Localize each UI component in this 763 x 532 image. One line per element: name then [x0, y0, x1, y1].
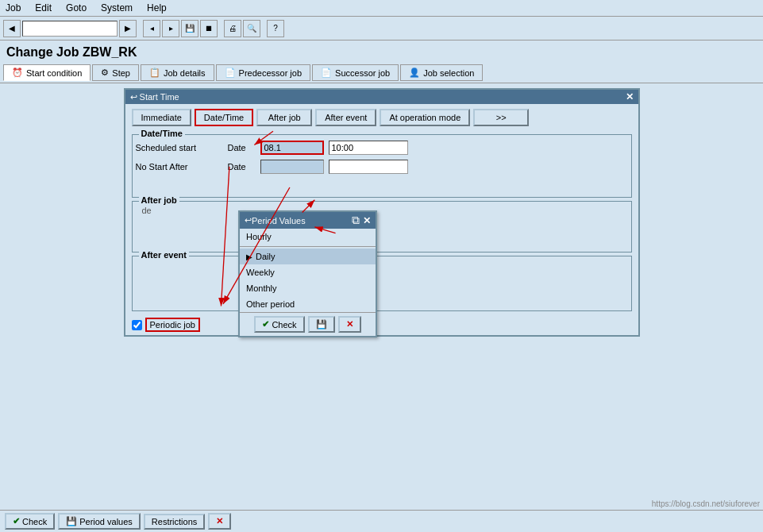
after-job-button[interactable]: After job	[256, 109, 312, 126]
daily-label: Daily	[256, 252, 275, 261]
tab-predecessor-job[interactable]: 📄 Predecessor job	[216, 64, 311, 81]
tab-bar: ⏰ Start condition ⚙ Step 📋 Job details 📄…	[0, 63, 763, 83]
no-start-after-row: No Start After Date	[136, 157, 628, 176]
watermark: https://blog.csdn.net/siuforever	[652, 499, 760, 508]
main-area: ↩ Start Time ✕ Immediate Date/Time After…	[0, 83, 763, 341]
succ-icon: 📄	[321, 67, 332, 78]
dialog-title: ↩ Start Time	[130, 92, 179, 102]
tab-successor-job[interactable]: 📄 Successor job	[312, 64, 399, 81]
back-btn[interactable]: ◀	[3, 20, 21, 37]
menu-edit[interactable]: Edit	[33, 2, 54, 14]
clock-icon: ⏰	[12, 67, 23, 78]
dialog-close-button[interactable]: ✕	[626, 91, 634, 102]
after-event-section: After event	[132, 256, 632, 311]
operation-mode-label: de	[136, 204, 158, 217]
tab-job-selection-label: Job selection	[423, 68, 474, 78]
menu-bar: Job Edit Goto System Help	[0, 0, 763, 17]
bottom-cancel-button[interactable]: ✕	[208, 513, 231, 530]
scheduled-date-input[interactable]	[260, 141, 324, 155]
input-go-btn[interactable]: ▶	[119, 20, 137, 37]
scheduled-time-input[interactable]	[329, 141, 408, 155]
immediate-button[interactable]: Immediate	[132, 109, 191, 126]
cancel-icon-bottom: ✕	[216, 516, 223, 526]
sel-icon: 👤	[409, 67, 420, 78]
toolbar: ◀ ▶ ◂ ▸ 💾 ⏹ 🖨 🔍 ?	[0, 17, 763, 40]
bottom-bar: ✔ Check 💾 Period values Restrictions ✕	[0, 510, 763, 532]
weekly-label: Weekly	[246, 268, 275, 277]
print-btn[interactable]: 🖨	[224, 20, 241, 37]
after-job-section-label: After job	[139, 195, 179, 205]
period-item-daily[interactable]: ▶ Daily	[240, 249, 376, 264]
period-values-button[interactable]: 💾 Period values	[58, 513, 141, 530]
periodic-job-checkbox[interactable]	[132, 320, 142, 330]
menu-help[interactable]: Help	[145, 2, 169, 14]
check-label: Check	[22, 517, 47, 526]
details-icon: 📋	[149, 67, 160, 78]
periodic-job-label: Periodic job	[145, 318, 200, 332]
tab-job-selection[interactable]: 👤 Job selection	[400, 64, 483, 81]
period-item-hourly[interactable]: Hourly	[240, 229, 376, 245]
after-event-section-label: After event	[139, 250, 189, 260]
menu-goto[interactable]: Goto	[64, 2, 89, 14]
tab-step[interactable]: ⚙ Step	[92, 64, 139, 81]
no-start-time-input[interactable]	[329, 160, 408, 174]
no-start-date-input[interactable]	[260, 160, 324, 174]
tab-step-label: Step	[112, 68, 130, 78]
start-time-buttons: Immediate Date/Time After job After even…	[125, 104, 638, 131]
check-icon: ✔	[262, 319, 269, 330]
period-popup-footer: ✔ Check 💾 ✕	[240, 312, 376, 336]
period-popup-expand-icon: ⧉	[352, 214, 360, 227]
command-input[interactable]	[22, 21, 118, 37]
monthly-label: Monthly	[246, 283, 277, 293]
save-icon-bottom: 💾	[66, 516, 77, 526]
tab-successor-job-label: Successor job	[335, 68, 390, 78]
check-icon-bottom: ✔	[13, 516, 20, 526]
periodic-job-row: Periodic job	[125, 314, 638, 335]
after-event-button[interactable]: After event	[315, 109, 376, 126]
save-btn[interactable]: 💾	[181, 20, 198, 37]
more-button[interactable]: >>	[473, 109, 529, 126]
period-check-button[interactable]: ✔ Check	[254, 316, 304, 333]
menu-job[interactable]: Job	[3, 2, 23, 14]
menu-system[interactable]: System	[98, 2, 135, 14]
hourly-label: Hourly	[246, 232, 272, 241]
period-popup-title: Period Values	[252, 216, 306, 226]
dialog-icon: ↩	[130, 92, 137, 102]
datetime-button[interactable]: Date/Time	[195, 109, 253, 126]
nav-fwd-btn[interactable]: ▸	[162, 20, 179, 37]
period-save-button[interactable]: 💾	[308, 316, 335, 333]
cancel-icon: ✕	[346, 319, 353, 330]
scheduled-start-label: Scheduled start	[136, 143, 223, 152]
daily-arrow: ▶	[246, 253, 252, 261]
pred-icon: 📄	[225, 67, 236, 78]
period-item-other[interactable]: Other period	[240, 296, 376, 312]
check-button[interactable]: ✔ Check	[5, 513, 55, 530]
period-cancel-button[interactable]: ✕	[338, 316, 361, 333]
period-item-monthly[interactable]: Monthly	[240, 280, 376, 296]
step-icon: ⚙	[101, 67, 109, 78]
tab-job-details-label: Job details	[164, 68, 206, 78]
start-time-dialog: ↩ Start Time ✕ Immediate Date/Time After…	[124, 88, 640, 337]
page-title: Change Job ZBW_RK	[0, 40, 763, 63]
datetime-section-label: Date/Time	[139, 129, 185, 138]
tab-predecessor-job-label: Predecessor job	[239, 68, 303, 78]
find-btn[interactable]: 🔍	[243, 20, 260, 37]
dialog-titlebar: ↩ Start Time ✕	[125, 90, 638, 104]
help-btn[interactable]: ?	[267, 20, 284, 37]
restrictions-button[interactable]: Restrictions	[144, 514, 205, 530]
stop-btn[interactable]: ⏹	[200, 20, 218, 37]
tab-job-details[interactable]: 📋 Job details	[141, 64, 214, 81]
after-job-section: After job de	[132, 201, 632, 253]
at-operation-mode-button[interactable]: At operation mode	[380, 109, 470, 126]
period-popup-close-button[interactable]: ✕	[363, 215, 371, 226]
tab-start-condition-label: Start condition	[26, 68, 82, 78]
period-values-label: Period values	[79, 517, 133, 526]
datetime-section: Date/Time Scheduled start Date No Start …	[132, 134, 632, 198]
period-check-label: Check	[272, 320, 296, 330]
scheduled-start-row: Scheduled start Date	[136, 138, 628, 157]
save-icon: 💾	[316, 319, 327, 330]
period-item-weekly[interactable]: Weekly	[240, 264, 376, 280]
nav-back-btn[interactable]: ◂	[143, 20, 160, 37]
period-popup-icon: ↩	[245, 215, 252, 226]
tab-start-condition[interactable]: ⏰ Start condition	[3, 64, 91, 81]
